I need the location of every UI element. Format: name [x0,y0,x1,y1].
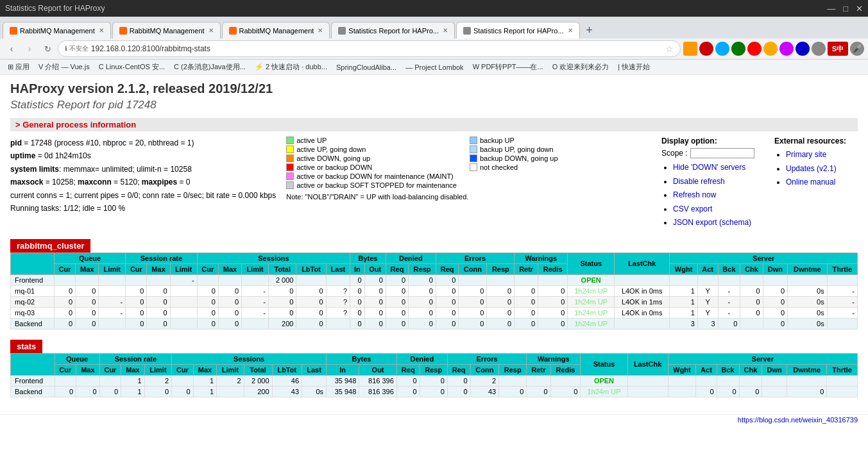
ext-5[interactable] [747,42,762,56]
bookmark-java[interactable]: C (2条消息)Java使用... [170,61,250,73]
bookmark-bilibili[interactable]: O 欢迎来到来必力 [549,61,613,73]
window-controls[interactable]: — □ ✕ [827,4,863,13]
link-refresh-now[interactable]: Refresh now [673,190,716,199]
ext-1[interactable] [683,42,697,56]
col-lastchk: LastChk [614,253,669,274]
tab-5-close[interactable]: ✕ [568,27,573,34]
link-schema[interactable]: (schema) [719,218,751,227]
legend-color-backup-up-going-down [470,145,477,153]
table-stats: Queue Session rate Sessions Bytes Denied… [10,353,858,397]
bookmark-spring[interactable]: SpringCloudAliba... [332,62,400,72]
cell-b-in: 0 [350,274,364,285]
back-button[interactable]: ‹ [4,41,19,56]
col-sv-thrtle: Thrtle [827,263,857,274]
page-content: HAProxy version 2.1.2, released 2019/12/… [0,75,868,414]
tab-1-close[interactable]: ✕ [99,27,104,34]
legend-label-active-down: active or backup DOWN [296,163,372,171]
ext-3[interactable] [715,42,729,56]
tab-4[interactable]: Statistics Report for HAPro... ✕ [331,22,455,38]
apps-btn[interactable]: ⊞ 应用 [4,61,33,73]
scope-input[interactable] [690,148,754,158]
link-primary-site[interactable]: Primary site [786,150,826,159]
legend-color-active-down-going-up [286,154,294,162]
legend-label-active-up: active UP [296,137,327,144]
bookmark-quick[interactable]: | 快速开始 [614,61,654,73]
row-mq-03: mq-03 0 0 - 0 0 0 0 - 0 0 ? 0 0 0 0 [11,307,858,318]
maximize-btn[interactable]: □ [843,4,848,13]
minimize-btn[interactable]: — [827,4,835,13]
close-btn[interactable]: ✕ [856,4,863,13]
table-stats-header-group: Queue Session rate Sessions Bytes Denied… [11,353,858,364]
cell-status-rabbitmq-backend: 1h24m UP [568,318,615,329]
col-s-lbtot: LbTot [296,263,326,274]
row-rabbitmq-backend: Backend 0 0 0 0 0 0 200 0 0 0 0 0 [11,318,858,329]
col-sv-bck: Bck [718,263,740,274]
legend-color-active-up [286,137,294,144]
cell-status: OPEN [568,274,615,285]
ext-9[interactable] [812,42,826,56]
ext-7[interactable] [779,42,794,56]
tab-5[interactable]: Statistics Report for HAPro... ✕ [456,22,580,38]
cell-name: Frontend [11,274,55,285]
external-resources-block: External resources: Primary site Updates… [774,137,858,190]
link-updates[interactable]: Updates (v2.1) [786,164,837,173]
cell-s-cur [197,274,218,285]
col-s-last: Last [326,263,350,274]
tab-5-label: Statistics Report for HAPro... [473,27,564,35]
col-q-max: Max [76,263,99,274]
bookmark-star-icon[interactable]: ☆ [665,44,674,54]
bookmark-pdf[interactable]: W PDF转PPT——在... [469,61,547,73]
browser-actions: S中 🎤 [683,42,864,56]
legend-label-backup-down-going-up: backup DOWN, going up [480,154,558,162]
ext-6[interactable] [763,42,778,56]
tab-3-close[interactable]: ✕ [318,27,323,34]
ext-4[interactable] [731,42,745,56]
col-sv-wght: Wght [670,263,697,274]
cell-name: Frontend [11,375,55,386]
legend-label-backup-up: backup UP [480,137,515,144]
bookmark-vue[interactable]: V 介绍 — Vue.js [35,61,94,73]
ext-8[interactable] [796,42,810,56]
ext-s[interactable]: S中 [828,42,848,56]
table-stats-header-sub: Cur Max Cur Max Limit Cur Max Limit Tota… [11,364,858,375]
tab-3-label: RabbitMQ Management [239,27,314,35]
bookmark-dubbo[interactable]: ⚡ 2 快速启动 · dubb... [251,61,331,73]
link-hide-down[interactable]: Hide 'DOWN' servers [673,163,745,172]
col-group-session-rate: Session rate [126,253,197,263]
address-bar[interactable]: ℹ 不安全 192.168.0.120:8100/rabbitmq-stats … [58,40,681,57]
section-header-general[interactable]: > General process information [10,118,858,131]
link-disable-refresh[interactable]: Disable refresh [673,177,725,186]
mic-btn[interactable]: 🎤 [850,42,864,56]
col-s-total: Total [269,263,296,274]
tab-3[interactable]: RabbitMQ Management ✕ [222,22,330,38]
col-e-conn: Conn [459,263,487,274]
cell-chk [740,274,763,285]
col-sv-act: Act [697,263,718,274]
legend-color-active-up-going-down [286,145,294,153]
new-tab-button[interactable]: + [581,22,598,38]
legend-color-backup-up [470,137,477,144]
bookmark-linux[interactable]: C Linux-CentOS 安... [95,61,169,73]
footer-link[interactable]: https://blog.csdn.net/weixin_40316739 [738,416,858,424]
col-group-server: Server [670,253,858,263]
page-version-title: HAProxy version 2.1.2, released 2019/12/… [10,81,858,96]
col-d-resp: Resp [409,263,436,274]
bookmark-lombok[interactable]: — Project Lombok [402,62,467,72]
scope-label: Scope : [661,149,688,158]
tab-1[interactable]: RabbitMQ Management ✕ [3,22,111,38]
process-syslimits: system limits: memmax= unlimited; ulimit… [10,163,276,176]
forward-button[interactable]: › [22,41,37,56]
tab-4-close[interactable]: ✕ [443,27,448,34]
legend-block: active UP active UP, going down active D… [286,137,651,201]
cell-dwn [763,274,787,285]
tab-2-close[interactable]: ✕ [208,27,214,34]
link-csv-export[interactable]: CSV export [673,204,712,213]
tab-2[interactable]: RabbitMQ Management ✕ [112,22,221,38]
col-sr-limit: Limit [170,263,197,274]
link-json-export[interactable]: JSON export [673,218,717,227]
link-online-manual[interactable]: Online manual [786,178,835,187]
reload-button[interactable]: ↻ [40,41,55,56]
tab-2-label: RabbitMQ Management [130,27,205,35]
ext-2[interactable] [699,42,713,56]
legend-label-active-down-going-up: active DOWN, going up [296,154,370,162]
